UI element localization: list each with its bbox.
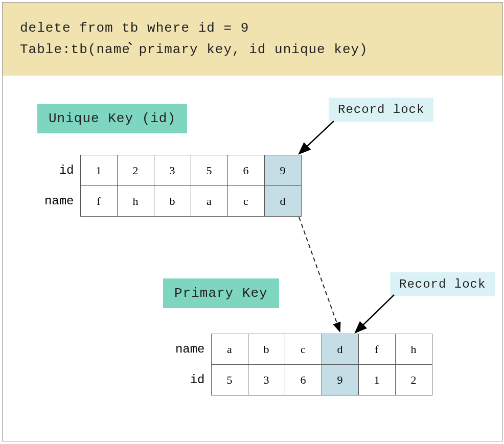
unique-name-cell: c (227, 186, 264, 217)
unique-id-cell: 9 (264, 155, 301, 186)
primary-id-cell: 9 (322, 365, 358, 395)
primary-name-cell: b (248, 334, 285, 365)
primary-id-cell: 3 (248, 365, 285, 395)
unique-key-label: Unique Key (id) (37, 104, 187, 133)
arrow-lock-1 (299, 121, 334, 154)
primary-name-cell: h (395, 334, 432, 365)
primary-id-cell: 2 (395, 365, 432, 395)
primary-id-cell: 5 (211, 365, 248, 395)
row-header-id: id (165, 365, 211, 395)
row-header-name: name (165, 334, 211, 365)
unique-id-cell: 5 (191, 155, 227, 186)
unique-id-cell: 3 (154, 155, 191, 186)
unique-name-cell: a (191, 186, 227, 217)
unique-id-cell: 2 (117, 155, 154, 186)
sql-line-1: delete from tb where id = 9 (20, 18, 488, 39)
primary-id-cell: 6 (285, 365, 322, 395)
primary-id-cell: 1 (358, 365, 395, 395)
arrow-link (299, 217, 340, 332)
unique-name-cell: h (117, 186, 154, 217)
unique-name-cell: d (264, 186, 301, 217)
arrow-lock-2 (355, 295, 394, 333)
record-lock-label-1: Record lock (329, 98, 433, 122)
sql-line-2: Table:tb(name primary key, id unique key… (20, 39, 488, 61)
row-header-id: id (34, 155, 80, 186)
primary-key-label: Primary Key (163, 278, 279, 308)
primary-key-table: nameabcdfhid536912 (165, 334, 432, 395)
unique-name-cell: b (154, 186, 191, 217)
row-header-name: name (34, 186, 80, 217)
primary-name-cell: f (358, 334, 395, 365)
unique-name-cell: f (80, 186, 117, 217)
primary-name-cell: a (211, 334, 248, 365)
unique-key-table: id123569namefhbacd (34, 155, 302, 217)
sql-header: delete from tb where id = 9 Table:tb(nam… (3, 3, 502, 76)
primary-name-cell: c (285, 334, 322, 365)
diagram-frame: delete from tb where id = 9 Table:tb(nam… (2, 2, 503, 441)
primary-name-cell: d (322, 334, 358, 365)
record-lock-label-2: Record lock (390, 272, 495, 296)
unique-id-cell: 6 (227, 155, 264, 186)
unique-id-cell: 1 (80, 155, 117, 186)
